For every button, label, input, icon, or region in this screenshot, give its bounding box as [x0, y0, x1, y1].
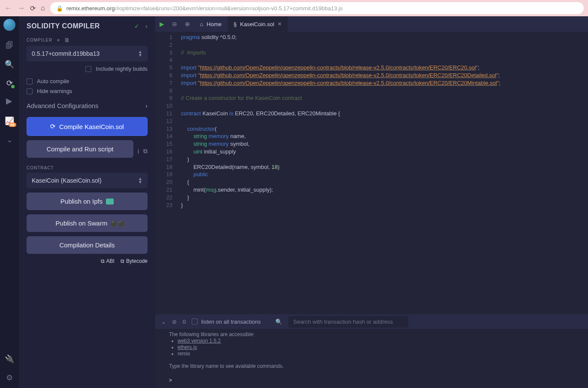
home-icon[interactable]: ⌂ [41, 4, 45, 12]
tx-search-input[interactable]: Search with transaction hash or address [288, 316, 408, 328]
copy-bytecode[interactable]: ⧉ Bytecode [121, 258, 148, 264]
compiler-select[interactable]: 0.5.17+commit.d19bba13 ▲▼ [27, 46, 148, 61]
caret-icon: ▲▼ [138, 177, 142, 184]
copy-abi[interactable]: ⧉ ABI [101, 258, 115, 264]
compilation-details-button[interactable]: Compilation Details [27, 236, 148, 254]
debugger-icon[interactable]: 📈66 [5, 117, 14, 125]
check-icon: ✓ [134, 23, 139, 30]
copy-icon[interactable]: ⧉ [143, 147, 148, 155]
contract-selected: KaseiCoin (KaseiCoin.sol) [32, 177, 102, 184]
house-icon: ⌂ [200, 21, 203, 27]
terminal-prompt[interactable]: > [169, 377, 574, 384]
console-lib-item: ethers.js [178, 344, 574, 351]
autocompile-checkbox[interactable]: Auto compile [27, 78, 148, 84]
forward-icon[interactable]: → [17, 4, 25, 13]
hidewarnings-checkbox[interactable]: Hide warnings [27, 88, 148, 94]
plus-icon[interactable]: + [57, 37, 60, 43]
file-explorer-icon[interactable]: 🗐 [5, 41, 14, 50]
ipfs-icon [106, 199, 114, 205]
file-icon[interactable]: 🗎 [64, 37, 70, 43]
deploy-icon[interactable]: ⯈ [5, 98, 14, 106]
publish-swarm-button[interactable]: Publish on Swarm ⚫⚫ [27, 214, 148, 232]
compiler-label: COMPILER [27, 38, 52, 42]
chevron-down-icon[interactable]: ⌄ [161, 319, 166, 325]
refresh-icon: ⟳ [50, 123, 56, 130]
tab-file[interactable]: § KaseiCoin.sol ✕ [228, 16, 288, 32]
remix-logo-icon[interactable] [3, 19, 15, 31]
info-icon[interactable]: i [138, 148, 139, 155]
console-lib-item: web3 version 1.5.2 [178, 338, 574, 344]
chevrons-down-icon[interactable]: ⌄ [5, 135, 14, 144]
line-gutter: 1234567891011121314151617181920212223 [155, 32, 177, 314]
solidity-icon: § [234, 21, 237, 27]
compiler-version: 0.5.17+commit.d19bba13 [32, 50, 100, 57]
terminal-bar: ⌄ ⊘ 0 listen on all transactions 🔍 Searc… [155, 314, 588, 329]
ban-icon[interactable]: ⊘ [172, 319, 177, 325]
url-bar[interactable]: 🔒 remix.ethereum.org/#optimize=false&run… [50, 2, 584, 14]
close-tab-icon[interactable]: ✕ [277, 21, 282, 27]
tab-home[interactable]: ⌂ Home [194, 16, 228, 32]
code-body[interactable]: pragma solidity ^0.5.0; // Imports impor… [177, 32, 501, 314]
contract-select[interactable]: KaseiCoin (KaseiCoin.sol) ▲▼ [27, 173, 148, 188]
contract-label: CONTRACT [27, 165, 148, 170]
editor-area: ▶ ⊖ ⊕ ⌂ Home § KaseiCoin.sol ✕ 123456789… [155, 16, 588, 388]
chevron-right-icon: › [145, 102, 148, 109]
chevron-right-icon[interactable]: › [145, 23, 148, 30]
advanced-toggle[interactable]: Advanced Configurations › [27, 102, 148, 109]
listen-checkbox[interactable]: listen on all transactions [192, 319, 261, 325]
compiler-panel: SOLIDITY COMPILER ✓ › COMPILER + 🗎 0.5.1… [19, 16, 155, 388]
nightly-checkbox[interactable]: Include nightly builds [27, 66, 148, 72]
publish-ipfs-button[interactable]: Publish on Ipfs [27, 192, 148, 210]
compiler-icon[interactable]: ⟳ [5, 79, 14, 87]
settings-icon[interactable]: ⚙ [5, 373, 14, 382]
url-host: remix.ethereum.org [66, 5, 115, 12]
search-icon[interactable]: 🔍 [275, 319, 282, 325]
icon-rail: 🗐 🔍 ⟳ ⯈ 📈66 ⌄ 🔌 ⚙ [0, 16, 19, 388]
console-line: The following libraries are accessible: [169, 331, 574, 338]
reload-icon[interactable]: ⟳ [30, 4, 36, 12]
run-icon[interactable]: ▶ [155, 21, 168, 27]
code-editor[interactable]: 1234567891011121314151617181920212223 pr… [155, 32, 588, 314]
search-icon[interactable]: 🔍 [5, 60, 14, 69]
lock-icon: 🔒 [56, 5, 63, 12]
zoom-out-icon[interactable]: ⊖ [168, 21, 181, 27]
caret-icon: ▲▼ [138, 50, 142, 57]
back-icon[interactable]: ← [4, 4, 12, 13]
console-lib-item: remix [178, 351, 574, 357]
console-line: Type the library name to see available c… [169, 363, 574, 370]
zoom-in-icon[interactable]: ⊕ [181, 21, 194, 27]
editor-toolbar: ▶ ⊖ ⊕ ⌂ Home § KaseiCoin.sol ✕ [155, 16, 588, 32]
compile-button[interactable]: ⟳ Compile KaseiCoin.sol [27, 117, 148, 136]
panel-title: SOLIDITY COMPILER [27, 22, 100, 30]
pending-count: 0 [183, 319, 186, 325]
terminal-output[interactable]: The following libraries are accessible: … [155, 329, 588, 388]
url-path: /#optimize=false&runs=200&evmVersion=nul… [115, 5, 343, 12]
plugin-icon[interactable]: 🔌 [5, 355, 14, 363]
compile-and-run-button[interactable]: Compile and Run script [27, 140, 133, 158]
swarm-icon: ⚫⚫ [111, 220, 118, 226]
browser-toolbar: ← → ⟳ ⌂ 🔒 remix.ethereum.org/#optimize=f… [0, 0, 588, 16]
